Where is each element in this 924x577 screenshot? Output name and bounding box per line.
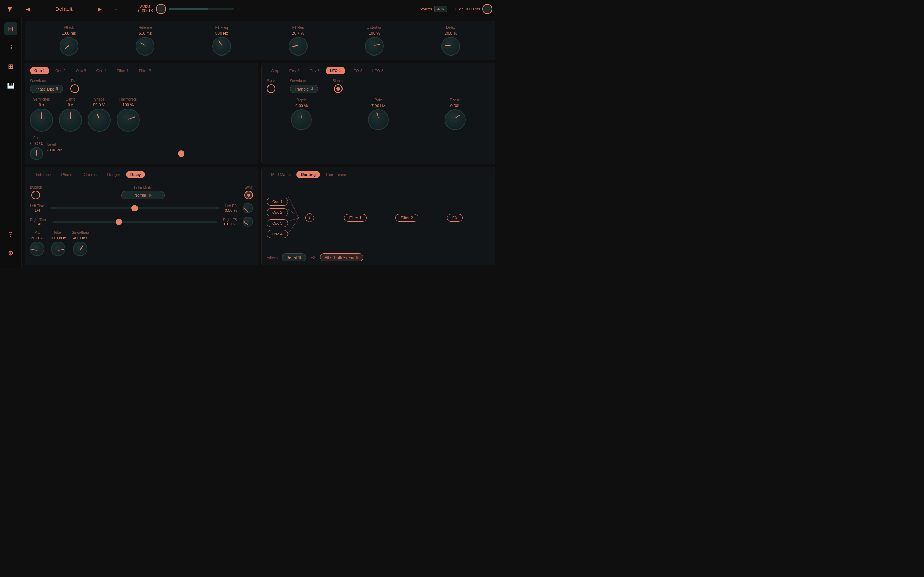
tab-distortion[interactable]: Distortion (30, 171, 55, 178)
voices-arrows-icon[interactable]: ⇅ (441, 7, 444, 11)
lfo-waveform-dropdown[interactable]: Triangle ⇅ (290, 85, 318, 93)
left-time-slider[interactable] (50, 207, 219, 209)
middle-row: Osc 1 Osc 2 Osc 3 Osc 4 Filter 1 Filter … (24, 63, 495, 164)
left-time-label: Left Time (30, 204, 45, 208)
semitones-label: Semitones (33, 97, 50, 102)
top-params-panel: Attack 1.00 ms Release 500 ms F1 Freq 50… (24, 21, 495, 60)
fx-position-dropdown[interactable]: After Both Filters ⇅ (320, 253, 363, 261)
harmonics-label: Harmonics (120, 97, 137, 102)
tab-lfo3[interactable]: LFO 3 (368, 67, 388, 74)
left-fb-group: Left FB 0.00 % (225, 204, 237, 213)
tab-osc4[interactable]: Osc 4 (92, 67, 111, 74)
phase-knob[interactable] (445, 109, 465, 130)
delay-param: Delay 20.0 % (441, 26, 460, 56)
tab-mod-matrix[interactable]: Mod Matrix (267, 171, 295, 178)
tab-amp[interactable]: Amp (267, 67, 284, 74)
distortion-knob[interactable] (365, 37, 384, 56)
phase-label: Phase (450, 98, 460, 102)
osc-row2: Semitones 0 s Cents 0 c Shape 85.0 % (30, 97, 253, 132)
f1res-param: F1 Res 20.7 % (289, 26, 307, 56)
attack-knob[interactable] (60, 37, 78, 56)
lfo-tabs: Amp Env 2 Env 3 LFO 1 LFO 2 LFO 3 (267, 67, 490, 74)
filters-value: Serial (287, 255, 297, 259)
delay-knob[interactable] (441, 37, 460, 56)
output-fader[interactable] (169, 8, 234, 10)
output-title: Output (139, 4, 150, 8)
preset-name-input[interactable] (39, 6, 89, 12)
tab-phaser[interactable]: Phaser (57, 171, 78, 178)
left-fb-knob[interactable] (243, 203, 253, 213)
tab-compressor[interactable]: Compressor (321, 171, 352, 178)
routing-diagram: Osc 1 Osc 2 Osc 3 Osc 4 + (267, 185, 490, 250)
osc4-box[interactable]: Osc 4 (267, 230, 288, 238)
sidebar-item-grid[interactable]: ⊞ (4, 60, 17, 73)
bypass-toggle[interactable] (31, 191, 40, 200)
fx-box[interactable]: FX (447, 214, 463, 222)
mix-knob[interactable] (30, 242, 44, 256)
tab-chorus[interactable]: Chorus (79, 171, 101, 178)
sidebar-item-modulators[interactable]: ⠿ (4, 41, 17, 54)
delay-sync-button[interactable] (244, 191, 253, 200)
next-preset-button[interactable]: ▶ (95, 5, 105, 13)
glide-knob[interactable] (482, 4, 492, 14)
settings-icon[interactable]: ⚙ (4, 247, 17, 259)
tab-osc1[interactable]: Osc 1 (30, 67, 50, 74)
cents-knob[interactable] (59, 108, 82, 132)
prev-preset-button[interactable]: ◀ (23, 5, 33, 13)
osc2-box[interactable]: Osc 2 (267, 208, 288, 216)
lfo-phase-param: Phase 0.00° (445, 98, 465, 130)
tab-routing[interactable]: Routing (296, 171, 320, 178)
output-knob[interactable] (156, 4, 166, 14)
svg-line-2 (288, 218, 299, 221)
sidebar-item-piano[interactable]: 🎹 (4, 79, 17, 92)
tab-filter1[interactable]: Filter 1 (112, 67, 133, 74)
waveform-dropdown[interactable]: Phase Dist ⇅ (30, 85, 63, 93)
filter1-box[interactable]: Filter 1 (344, 214, 367, 222)
routing-line-2 (368, 218, 394, 218)
filters-dropdown[interactable]: Serial ⇅ (282, 253, 306, 261)
osc1-box[interactable]: Osc 1 (267, 198, 288, 206)
help-icon[interactable]: ? (4, 228, 17, 241)
mix-value: 20.0 % (31, 236, 43, 240)
tab-osc2[interactable]: Osc 2 (51, 67, 70, 74)
waveform-section: Waveform Phase Dist ⇅ (30, 79, 63, 93)
routing-panel: Mod Matrix Routing Compressor Osc 1 Osc … (261, 167, 495, 266)
tab-env3[interactable]: Env 3 (305, 67, 324, 74)
right-fb-knob[interactable] (243, 217, 253, 227)
release-knob[interactable] (136, 37, 155, 56)
harmonics-knob[interactable] (116, 108, 140, 132)
shape-knob[interactable] (88, 108, 111, 132)
sidebar-item-keyboard[interactable]: ⊟ (4, 23, 17, 35)
filter-knob[interactable] (51, 242, 65, 256)
tab-env2[interactable]: Env 2 (285, 67, 304, 74)
smoothing-knob[interactable] (73, 242, 87, 256)
pan-knob[interactable] (30, 147, 43, 160)
semitones-param: Semitones 0 s (30, 97, 53, 132)
lfo-sync-toggle[interactable] (267, 84, 275, 93)
bipolar-radio[interactable] (334, 84, 342, 93)
echo-mode-dropdown[interactable]: Normal ⇅ (121, 191, 165, 200)
depth-knob[interactable] (291, 109, 312, 130)
lfo-waveform-label: Waveform (290, 79, 318, 82)
tab-lfo1[interactable]: LFO 1 (326, 67, 346, 74)
smoothing-value: 40.0 ms (73, 236, 87, 240)
tab-flanger[interactable]: Flanger (102, 171, 124, 178)
semitones-knob[interactable] (30, 108, 53, 132)
mix-row: Mix 20.0 % Filter 20.0 kHz Smoothing 40.… (30, 230, 253, 256)
more-options-button[interactable]: ··· (110, 5, 120, 13)
tab-filter2[interactable]: Filter 2 (135, 67, 155, 74)
pan-param: Pan 0.00 % (30, 136, 43, 160)
free-toggle[interactable] (70, 84, 79, 93)
filter2-box[interactable]: Filter 2 (395, 214, 418, 222)
f1res-knob[interactable] (289, 37, 307, 56)
rate-knob[interactable] (368, 109, 389, 130)
voices-spinner[interactable]: 4 ⇅ (434, 6, 447, 12)
osc3-box[interactable]: Osc 3 (267, 219, 288, 227)
f1freq-knob[interactable] (212, 37, 231, 56)
tab-delay[interactable]: Delay (126, 171, 145, 178)
right-time-value: 1/8 (36, 222, 41, 226)
lfo-phase-section: Phase 0.00° (420, 98, 490, 130)
tab-osc3[interactable]: Osc 3 (71, 67, 90, 74)
right-time-slider[interactable] (53, 221, 217, 223)
tab-lfo2[interactable]: LFO 2 (347, 67, 367, 74)
